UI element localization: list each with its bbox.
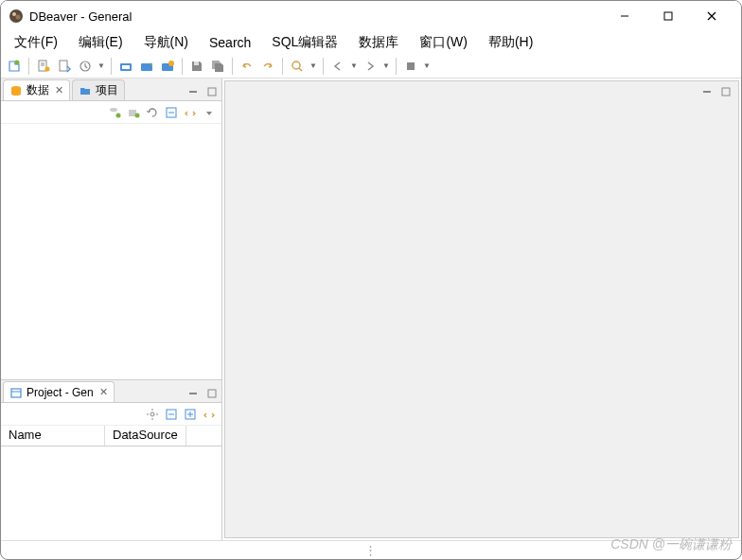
svg-point-36 xyxy=(150,412,154,416)
left-column: 数据 ✕ 项目 xyxy=(1,79,222,540)
menu-help[interactable]: 帮助(H) xyxy=(479,32,542,53)
close-button[interactable] xyxy=(690,1,733,31)
statusbar: ⋮ xyxy=(1,540,741,559)
undo-icon[interactable] xyxy=(238,57,256,76)
main-toolbar: ▼ ▼ ▼ ▼ ▼ xyxy=(1,54,741,79)
titlebar: DBeaver - General xyxy=(1,1,741,31)
open-sql-script-icon[interactable] xyxy=(55,57,74,76)
svg-point-29 xyxy=(135,113,140,117)
new-folder-icon[interactable] xyxy=(125,104,142,121)
menu-navigate[interactable]: 导航(N) xyxy=(134,32,198,53)
svg-rect-24 xyxy=(189,91,197,93)
transaction-icon[interactable] xyxy=(158,57,177,76)
svg-rect-46 xyxy=(703,91,711,93)
minimize-panel-icon[interactable] xyxy=(698,83,716,100)
menu-window[interactable]: 窗口(W) xyxy=(410,32,477,53)
minimize-panel-icon[interactable] xyxy=(185,83,202,100)
project-icon xyxy=(9,386,23,399)
window-title: DBeaver - General xyxy=(29,9,603,24)
project-table-body[interactable] xyxy=(1,446,221,540)
navigator-tree[interactable] xyxy=(1,124,221,379)
new-connection-icon[interactable] xyxy=(5,57,24,76)
svg-point-7 xyxy=(15,60,20,64)
navigator-panel: 数据 ✕ 项目 xyxy=(1,79,221,379)
forward-icon[interactable] xyxy=(361,57,380,76)
menu-database[interactable]: 数据库 xyxy=(349,32,408,53)
tab-data[interactable]: 数据 ✕ xyxy=(3,79,70,100)
svg-rect-15 xyxy=(122,65,130,69)
save-icon[interactable] xyxy=(187,57,206,76)
tab-project[interactable]: Project - Gen ✕ xyxy=(3,381,115,402)
project-panel: Project - Gen ✕ Name DataSource xyxy=(1,379,221,540)
recent-sql-icon[interactable] xyxy=(76,57,95,76)
database-icon xyxy=(9,84,23,97)
svg-line-21 xyxy=(299,68,302,71)
svg-point-1 xyxy=(12,12,16,16)
tab-projects[interactable]: 项目 xyxy=(72,79,125,100)
maximize-panel-icon[interactable] xyxy=(203,83,221,100)
svg-point-11 xyxy=(45,66,50,71)
column-datasource[interactable]: DataSource xyxy=(105,426,186,446)
view-menu-icon[interactable] xyxy=(201,104,218,121)
menu-search[interactable]: Search xyxy=(200,33,260,52)
svg-rect-32 xyxy=(11,389,21,397)
dropdown-icon[interactable]: ▼ xyxy=(97,61,106,70)
maximize-panel-icon[interactable] xyxy=(717,83,734,100)
close-icon[interactable]: ✕ xyxy=(55,84,63,96)
folder-icon xyxy=(79,84,92,97)
toolbar-separator xyxy=(396,58,397,75)
stop-icon[interactable] xyxy=(401,57,420,76)
svg-point-2 xyxy=(16,15,21,20)
navigator-toolbar xyxy=(1,101,221,124)
refresh-icon[interactable] xyxy=(144,104,161,121)
settings-icon[interactable] xyxy=(144,406,161,423)
dropdown-icon[interactable]: ▼ xyxy=(422,61,432,70)
collapse-all-icon[interactable] xyxy=(163,104,180,121)
link-editor-icon[interactable] xyxy=(182,104,199,121)
column-name[interactable]: Name xyxy=(1,426,105,446)
dropdown-icon[interactable]: ▼ xyxy=(309,61,318,70)
project-toolbar xyxy=(1,403,221,426)
new-connection-icon[interactable] xyxy=(106,104,123,121)
expand-all-icon[interactable] xyxy=(182,406,199,423)
close-icon[interactable]: ✕ xyxy=(99,386,108,398)
search-icon[interactable] xyxy=(288,57,307,76)
svg-rect-4 xyxy=(664,12,672,20)
menu-sql-editor[interactable]: SQL编辑器 xyxy=(262,32,347,53)
save-all-icon[interactable] xyxy=(208,57,227,76)
editor-controls xyxy=(698,83,734,100)
toolbar-separator xyxy=(323,58,324,75)
drag-grip-icon[interactable]: ⋮ xyxy=(364,543,379,557)
dropdown-icon[interactable]: ▼ xyxy=(349,61,359,70)
rollback-icon[interactable] xyxy=(137,57,156,76)
link-editor-icon[interactable] xyxy=(201,406,218,423)
workspace: 数据 ✕ 项目 xyxy=(1,79,741,540)
collapse-all-icon[interactable] xyxy=(163,406,180,423)
toolbar-separator xyxy=(111,58,112,75)
menu-file[interactable]: 文件(F) xyxy=(5,32,67,53)
redo-icon[interactable] xyxy=(258,57,277,76)
maximize-panel-icon[interactable] xyxy=(203,385,221,402)
toolbar-separator xyxy=(182,58,183,75)
svg-point-18 xyxy=(168,61,174,66)
dropdown-icon[interactable]: ▼ xyxy=(381,61,391,70)
minimize-button[interactable] xyxy=(603,1,646,31)
menu-edit[interactable]: 编辑(E) xyxy=(69,32,132,53)
svg-rect-34 xyxy=(189,393,197,394)
svg-rect-12 xyxy=(60,61,67,71)
minimize-panel-icon[interactable] xyxy=(185,385,202,402)
tab-data-label: 数据 xyxy=(26,82,49,98)
project-table-header: Name DataSource xyxy=(1,426,221,446)
toolbar-separator xyxy=(282,58,283,75)
editor-area[interactable] xyxy=(224,80,739,538)
tab-project-label: Project - Gen xyxy=(26,386,94,399)
maximize-button[interactable] xyxy=(646,1,690,31)
project-tabs: Project - Gen ✕ xyxy=(1,380,221,403)
svg-rect-22 xyxy=(407,62,415,70)
svg-point-20 xyxy=(292,61,300,69)
menubar: 文件(F) 编辑(E) 导航(N) Search SQL编辑器 数据库 窗口(W… xyxy=(1,31,741,54)
commit-icon[interactable] xyxy=(116,57,135,76)
new-sql-script-icon[interactable] xyxy=(34,57,53,76)
svg-rect-19 xyxy=(194,61,199,65)
back-icon[interactable] xyxy=(328,57,347,76)
